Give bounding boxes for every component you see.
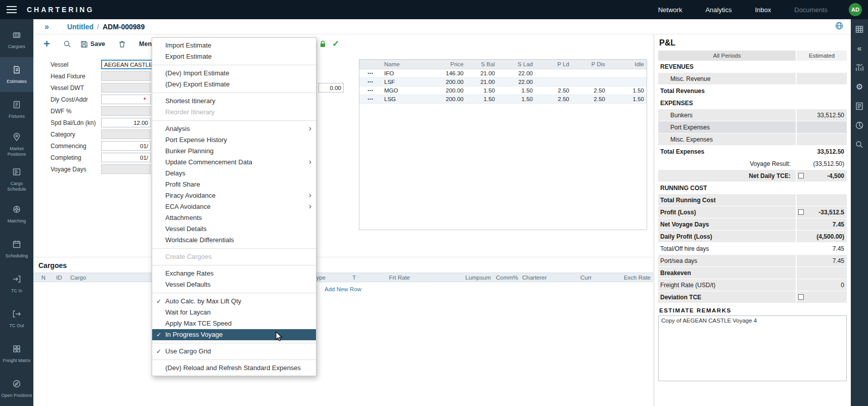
sidebar-item-market-positions[interactable]: Market Positions: [0, 127, 33, 162]
sidebar-item-scheduling[interactable]: Scheduling: [0, 232, 33, 266]
bunker-name-cell[interactable]: LSG: [382, 95, 415, 103]
sidebar-item-open-positions[interactable]: Open Positions: [0, 371, 33, 406]
lock-icon[interactable]: [319, 40, 327, 48]
bunker-pld-cell[interactable]: 2.50: [535, 86, 572, 95]
form-list-icon[interactable]: [855, 101, 864, 111]
gear-icon[interactable]: ⚙: [856, 82, 863, 92]
pie-clock-icon[interactable]: [855, 120, 864, 130]
menu-item-wait-for-laycan[interactable]: Wait for Laycan: [152, 307, 316, 318]
category-input[interactable]: [101, 129, 151, 139]
menu-item-auto-calc-by-max-lift-qty[interactable]: ✓Auto Calc. by Max Lift Qty: [152, 296, 316, 307]
sidebar-item-cargoes[interactable]: Cargoes: [0, 22, 33, 57]
commencing-input[interactable]: [101, 141, 151, 151]
sidebar-item-cargo-schedule[interactable]: Cargo Schedule: [0, 162, 33, 197]
add-new-row-link[interactable]: Add New Row: [325, 286, 361, 292]
menu-item-attachments[interactable]: Attachments: [152, 212, 316, 223]
speed-bal-ldn-input[interactable]: [101, 118, 151, 127]
bunker-name-cell[interactable]: LSF: [382, 77, 415, 86]
sidebar-item-estimates[interactable]: Estimates: [0, 57, 33, 92]
bunker-pdis-cell[interactable]: 2.50: [572, 86, 608, 95]
bunker-sbal-cell[interactable]: 21.00: [466, 69, 497, 77]
nav-item-analytics[interactable]: Analytics: [705, 6, 732, 14]
menu-item-update-commencement-data[interactable]: Update Commencement Data›: [152, 157, 316, 168]
sidebar-item-freight-matrix[interactable]: Freight Matrix: [0, 336, 33, 371]
menu-item-bunker-planning[interactable]: Bunker Planning: [152, 146, 316, 157]
menu-item-apply-max-tce-speed[interactable]: Apply Max TCE Speed: [152, 318, 316, 329]
row-menu-icon[interactable]: •••: [359, 86, 382, 95]
menu-item-eca-avoidance[interactable]: ECA Avoidance›: [152, 201, 316, 212]
menu-item-import-estimate[interactable]: Import Estimate: [152, 40, 316, 51]
menu-item-exchange-rates[interactable]: Exchange Rates: [152, 268, 316, 279]
row-menu-icon[interactable]: •••: [359, 69, 382, 77]
net-daily-tce-checkbox[interactable]: [798, 173, 804, 178]
hamburger-menu-icon[interactable]: [7, 4, 17, 15]
menu-item-vessel-defaults[interactable]: Vessel Defaults: [152, 279, 316, 290]
nav-item-network[interactable]: Network: [658, 6, 682, 14]
user-avatar[interactable]: AD: [849, 3, 862, 16]
bunker-slad-cell[interactable]: 1.50: [497, 86, 535, 95]
menu-item-profit-share[interactable]: Profit Share: [152, 179, 316, 190]
row-menu-icon[interactable]: •••: [359, 95, 382, 103]
sidebar-item-matching[interactable]: Matching: [0, 197, 33, 232]
bunker-pld-cell[interactable]: [535, 69, 572, 77]
bunker-slad-cell[interactable]: 1.50: [497, 95, 535, 103]
dwf-percent-input[interactable]: [101, 106, 151, 116]
menu-item-use-cargo-grid[interactable]: ✓Use Cargo Grid: [152, 346, 316, 357]
menu-item-analysis[interactable]: Analysis›: [152, 123, 316, 134]
nav-item-inbox[interactable]: Inbox: [755, 6, 771, 14]
menu-item-delays[interactable]: Delays: [152, 168, 316, 179]
dwt-extra-input[interactable]: [318, 83, 344, 93]
bunker-pdis-cell[interactable]: [572, 77, 608, 86]
bunker-price-cell[interactable]: 146.30: [415, 69, 466, 77]
expand-breadcrumb-icon[interactable]: »: [44, 22, 49, 31]
globe-icon[interactable]: [835, 21, 844, 32]
bunker-price-cell[interactable]: 200.00: [415, 95, 466, 103]
deviation-tce-checkbox[interactable]: [798, 294, 804, 300]
completing-input[interactable]: [101, 153, 151, 162]
menu-item-piracy-avoidance[interactable]: Piracy Avoidance›: [152, 190, 316, 201]
save-button[interactable]: Save: [80, 40, 105, 48]
bunker-idle-cell[interactable]: [608, 69, 647, 77]
bunker-slad-cell[interactable]: 22.00: [497, 69, 535, 77]
menu-item-dev-import-estimate[interactable]: (Dev) Import Estimate: [152, 68, 316, 79]
estimate-remarks-box[interactable]: Copy of AEGEAN CASTLE Voyage 4: [658, 315, 847, 381]
bunker-pld-cell[interactable]: [535, 77, 572, 86]
sidebar-item-tc-in[interactable]: TC In: [0, 266, 33, 301]
table-grid-icon[interactable]: [855, 24, 864, 34]
bunker-pdis-cell[interactable]: [572, 69, 608, 77]
menu-item-port-expense-history[interactable]: Port Expense History: [152, 134, 316, 146]
delete-button[interactable]: [118, 40, 126, 48]
bunker-idle-cell[interactable]: 1.50: [608, 86, 647, 95]
collapse-panel-icon[interactable]: «: [857, 43, 862, 54]
menu-item-export-estimate[interactable]: Export Estimate: [152, 51, 316, 62]
sidebar-item-tc-out[interactable]: TC Out: [0, 301, 33, 336]
bunker-pdis-cell[interactable]: 2.50: [572, 95, 608, 103]
row-menu-icon[interactable]: •••: [359, 77, 382, 86]
bunker-sbal-cell[interactable]: 1.50: [466, 86, 497, 95]
menu-item-worldscale-differentials[interactable]: Worldscale Differentials: [152, 235, 316, 246]
bunker-name-cell[interactable]: MGO: [382, 86, 415, 95]
menu-item-vessel-details[interactable]: Vessel Details: [152, 223, 316, 235]
bunker-idle-cell[interactable]: [608, 77, 647, 86]
sidebar-item-fixtures[interactable]: Fixtures: [0, 92, 33, 127]
head-fixture-input[interactable]: [101, 71, 151, 81]
menu-item-in-progress-voyage[interactable]: ✓In Progress Voyage: [152, 329, 316, 340]
bunker-pld-cell[interactable]: 2.50: [535, 95, 572, 103]
bunker-idle-cell[interactable]: 1.50: [608, 95, 647, 103]
bunker-sbal-cell[interactable]: 21.00: [466, 77, 497, 86]
analytics-chart-icon[interactable]: [855, 63, 864, 73]
nav-item-documents[interactable]: Documents: [794, 6, 828, 14]
search-icon[interactable]: [855, 140, 864, 150]
bunker-slad-cell[interactable]: 22.00: [497, 77, 535, 86]
profit-loss-checkbox[interactable]: [798, 209, 804, 215]
bunker-name-cell[interactable]: IFO: [382, 69, 415, 77]
bunker-price-cell[interactable]: 200.00: [415, 77, 466, 86]
menu-item-dev-export-estimate[interactable]: (Dev) Export Estimate: [152, 79, 316, 90]
pnl-period-header[interactable]: All Periods: [658, 51, 796, 61]
menu-item-dev-reload-refresh-standard-expenses[interactable]: (Dev) Reload and Refresh Standard Expens…: [152, 363, 316, 374]
bunker-sbal-cell[interactable]: 1.50: [466, 95, 497, 103]
voyage-days-input[interactable]: [101, 164, 151, 174]
breadcrumb-title[interactable]: Untitled: [67, 23, 94, 31]
vessel-dwt-input[interactable]: [101, 83, 151, 93]
search-button[interactable]: [63, 40, 71, 48]
